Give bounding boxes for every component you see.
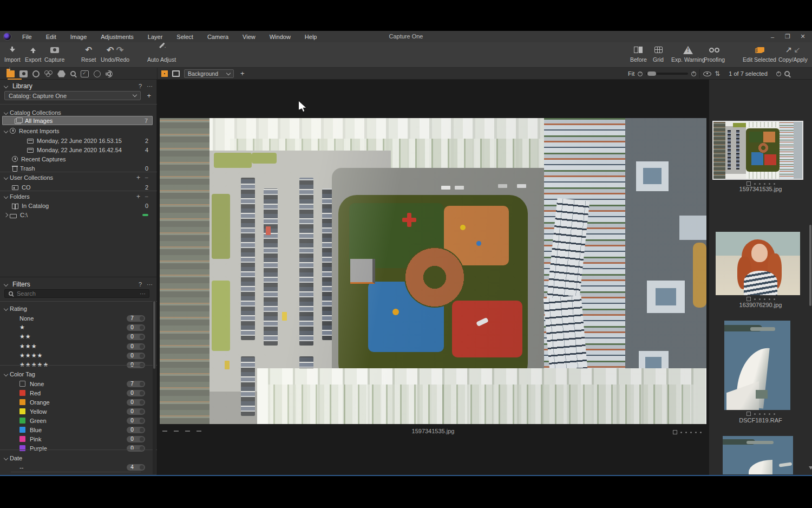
filters-more-button[interactable]: ··· — [147, 281, 153, 288]
before-button[interactable]: Before — [630, 44, 647, 63]
color-filter-row[interactable]: Blue 0 — [0, 425, 153, 434]
search-options-button[interactable]: ··· — [140, 290, 146, 297]
select-checkbox[interactable] — [746, 412, 751, 416]
recent-imports-section[interactable]: Recent Imports — [0, 126, 153, 135]
color-filter-row[interactable]: None 7 — [0, 379, 153, 388]
select-checkbox[interactable] — [746, 181, 751, 186]
grid-button[interactable]: Grid — [652, 44, 664, 63]
export-button[interactable]: Export — [25, 44, 41, 63]
count-toggle[interactable]: 7 — [127, 381, 145, 387]
count-toggle[interactable]: 0 — [127, 408, 145, 415]
collapse-icon[interactable] — [4, 455, 8, 460]
add-catalog-button[interactable]: + — [147, 92, 151, 100]
filmstrip-thumb-4[interactable] — [723, 436, 793, 474]
rating-filter-row[interactable]: ★★ 0 — [0, 332, 153, 341]
add-collection-button[interactable]: + — [136, 174, 140, 181]
menu-image[interactable]: Image — [63, 34, 94, 40]
menu-help[interactable]: Help — [298, 34, 324, 40]
rating-filter-row[interactable]: None 7 — [0, 314, 153, 323]
count-toggle[interactable]: 0 — [127, 343, 145, 350]
thumb-meta[interactable] — [709, 297, 812, 301]
remove-collection-button[interactable]: − — [145, 174, 148, 181]
color-filter-row[interactable]: Pink 0 — [0, 434, 153, 444]
date-filter-row[interactable]: -- 4 — [0, 463, 153, 472]
remove-folder-button[interactable]: − — [145, 193, 148, 200]
capture-tab-icon[interactable] — [19, 70, 28, 77]
settings-tab-icon[interactable] — [106, 70, 113, 77]
rating-filter-row[interactable]: ★★★ 0 — [0, 342, 153, 351]
import-button[interactable]: Import — [4, 44, 21, 63]
filters-scrollbar[interactable] — [153, 301, 156, 474]
filmstrip-thumb-3[interactable] — [724, 321, 790, 410]
thumb-meta[interactable] — [709, 181, 812, 186]
count-toggle[interactable]: 0 — [127, 324, 145, 331]
count-toggle[interactable]: 0 — [127, 353, 145, 359]
minimize-button[interactable]: – — [769, 34, 776, 40]
info-tab-icon[interactable] — [94, 70, 101, 77]
count-toggle[interactable]: 0 — [127, 436, 145, 442]
all-images-item[interactable]: All Images 7 — [2, 116, 153, 125]
auto-adjust-button[interactable]: Auto Adjust — [147, 44, 176, 63]
search-icon[interactable] — [784, 71, 790, 76]
library-more-button[interactable]: ··· — [147, 83, 153, 89]
collapse-icon[interactable] — [4, 128, 8, 133]
maximize-button[interactable]: ❐ — [784, 33, 791, 40]
add-tool-button[interactable]: + — [240, 69, 245, 77]
library-help-button[interactable]: ? — [139, 83, 142, 89]
rating-section[interactable]: Rating — [0, 304, 153, 313]
filters-help-button[interactable]: ? — [139, 281, 142, 288]
user-collections-section[interactable]: User Collections + − — [0, 173, 153, 182]
count-toggle[interactable]: 0 — [127, 399, 145, 406]
zoom-in-icon[interactable] — [691, 71, 696, 76]
color-tag-section[interactable]: Color Tag — [0, 369, 153, 379]
sort-icon[interactable]: ⇅ — [715, 70, 720, 77]
thumbnail-grid-icon[interactable] — [161, 70, 168, 77]
lens-tab-icon[interactable] — [32, 70, 40, 77]
search-box[interactable]: ··· — [4, 289, 149, 298]
recent-captures-item[interactable]: Recent Captures — [0, 154, 153, 164]
date-section[interactable]: Date — [0, 453, 153, 463]
exposure-warning-button[interactable]: Exp. Warning — [671, 44, 705, 63]
menu-window[interactable]: Window — [263, 34, 298, 40]
count-toggle[interactable]: 0 — [127, 334, 145, 340]
adjustments-tab-icon[interactable] — [57, 70, 66, 77]
menu-layer[interactable]: Layer — [141, 34, 170, 40]
color-filter-row[interactable]: Red 0 — [0, 388, 153, 398]
count-toggle[interactable]: 0 — [127, 427, 145, 433]
menu-adjustments[interactable]: Adjustments — [94, 34, 141, 40]
import-session-item[interactable]: Monday, 22 June 2020 16.53.15 2 — [0, 136, 153, 145]
details-tab-icon[interactable] — [70, 71, 76, 76]
capture-button[interactable]: Capture — [44, 44, 64, 63]
import-session-item[interactable]: Monday, 22 June 2020 16.42.54 4 — [0, 145, 153, 154]
color-filter-row[interactable]: Green 0 — [0, 416, 153, 425]
menu-file[interactable]: File — [15, 34, 39, 40]
filmstrip-thumb-1[interactable] — [713, 122, 802, 179]
select-checkbox[interactable] — [673, 430, 677, 434]
collapse-icon[interactable] — [4, 194, 8, 198]
metadata-tab-icon[interactable] — [81, 70, 89, 77]
catalog-select[interactable]: Catalog: Capture One — [4, 91, 141, 100]
color-filter-row[interactable]: Purple 0 — [0, 444, 153, 453]
color-tab-icon[interactable] — [44, 70, 53, 77]
library-collapse-icon[interactable] — [4, 84, 8, 88]
count-toggle[interactable]: 4 — [127, 464, 145, 471]
zoom-slider[interactable] — [646, 73, 688, 75]
add-folder-button[interactable]: + — [136, 193, 140, 200]
zoom-slider-thumb[interactable] — [647, 71, 656, 76]
menu-camera[interactable]: Camera — [200, 34, 235, 40]
background-select[interactable]: Background — [184, 69, 234, 78]
undo-redo-button[interactable]: ↶ ↷ Undo/Redo — [101, 44, 129, 63]
focus-mask-icon[interactable] — [776, 71, 781, 76]
thumb-meta[interactable] — [709, 412, 812, 416]
rating-filter-row[interactable]: ★★★★ 0 — [0, 351, 153, 360]
menu-edit[interactable]: Edit — [39, 34, 63, 40]
in-catalog-item[interactable]: In Catalog 0 — [0, 201, 153, 210]
close-button[interactable]: ✕ — [799, 33, 807, 40]
c-drive-item[interactable]: C:\ — [0, 210, 153, 219]
filmstrip-scrollbar[interactable] — [809, 80, 812, 475]
expand-icon[interactable] — [4, 212, 8, 217]
edit-selected-button[interactable]: Edit Selected — [743, 44, 776, 63]
menu-view[interactable]: View — [235, 34, 263, 40]
preview-eye-icon[interactable] — [703, 71, 711, 76]
rating-filter-row[interactable]: ★ 0 — [0, 323, 153, 332]
